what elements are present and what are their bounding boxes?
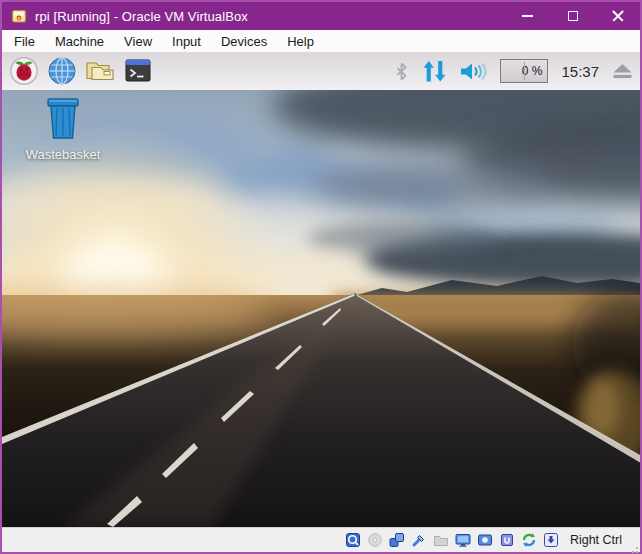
minimize-icon: [522, 15, 533, 17]
maximize-icon: [568, 11, 578, 21]
recording-status-icon[interactable]: [477, 532, 494, 549]
close-icon: [612, 10, 624, 22]
optical-drives-status-icon[interactable]: [367, 532, 384, 549]
mouse-integration-status-icon[interactable]: [521, 532, 538, 549]
menu-machine[interactable]: Machine: [45, 32, 114, 51]
trash-can-icon: [39, 95, 87, 143]
usb-devices-status-icon[interactable]: [411, 532, 428, 549]
menu-devices[interactable]: Devices: [211, 32, 277, 51]
folders-icon: [84, 56, 116, 86]
bluetooth-button[interactable]: [393, 63, 409, 80]
menu-view[interactable]: View: [114, 32, 162, 51]
cpu-monitor[interactable]: 0 %: [500, 59, 548, 83]
terminal-icon: [123, 56, 153, 86]
shared-folders-status-icon[interactable]: [433, 532, 450, 549]
minimize-button[interactable]: [505, 2, 550, 30]
resize-grip[interactable]: [636, 547, 638, 549]
network-button[interactable]: [422, 63, 446, 80]
display-status-icon[interactable]: [455, 532, 472, 549]
maximize-button[interactable]: [550, 2, 595, 30]
virtualbox-window: rpi [Running] - Oracle VM VirtualBox Fil…: [0, 0, 642, 554]
hard-disks-status-icon[interactable]: [345, 532, 362, 549]
eject-icon: [613, 64, 632, 79]
bluetooth-icon: [395, 61, 408, 82]
network-adapters-status-icon[interactable]: [389, 532, 406, 549]
guest-desktop[interactable]: Wastebasket: [2, 90, 640, 527]
titlebar[interactable]: rpi [Running] - Oracle VM VirtualBox: [2, 2, 640, 30]
wastebasket-desktop-icon[interactable]: Wastebasket: [20, 95, 106, 162]
volume-button[interactable]: [459, 63, 487, 80]
eject-button[interactable]: [612, 63, 632, 80]
menu-input[interactable]: Input: [162, 32, 211, 51]
vbox-statusbar: Right Ctrl: [2, 527, 640, 552]
menu-help[interactable]: Help: [277, 32, 324, 51]
terminal-button[interactable]: [122, 55, 154, 87]
menubar: File Machine View Input Devices Help: [2, 30, 640, 52]
raspberry-icon: [9, 56, 39, 86]
features-status-icon[interactable]: [499, 532, 516, 549]
clock[interactable]: 15:37: [561, 63, 599, 80]
host-key-label: Right Ctrl: [570, 533, 622, 547]
speaker-icon: [460, 61, 487, 82]
globe-icon: [47, 56, 77, 86]
applications-menu-button[interactable]: [8, 55, 40, 87]
web-browser-button[interactable]: [46, 55, 78, 87]
virtualbox-icon: [11, 8, 27, 24]
menu-file[interactable]: File: [4, 32, 45, 51]
up-down-arrows-icon: [423, 61, 446, 82]
window-title: rpi [Running] - Oracle VM VirtualBox: [35, 9, 248, 24]
close-button[interactable]: [595, 2, 640, 30]
guest-taskbar: 0 % 15:37: [2, 52, 640, 90]
file-manager-button[interactable]: [84, 55, 116, 87]
wastebasket-label: Wastebasket: [26, 147, 101, 162]
keyboard-capture-status-icon[interactable]: [543, 532, 560, 549]
panel-tray: 0 % 15:37: [393, 59, 632, 83]
